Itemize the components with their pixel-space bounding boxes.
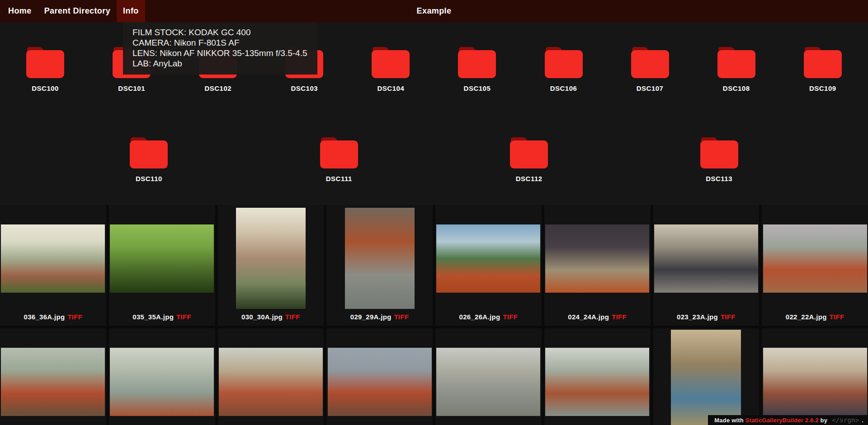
file-name-link[interactable]: 022_22A.jpg <box>786 313 827 321</box>
folder-label: DSC108 <box>723 84 750 92</box>
credit-suffix: . <box>860 417 863 424</box>
thumbnail-label: 023_23A.jpgTIFF <box>653 312 760 326</box>
file-name-link[interactable]: 036_36A.jpg <box>24 313 65 321</box>
thumbnail-area <box>218 328 324 425</box>
thumbnail-area <box>762 328 868 425</box>
thumbnail-label: 022_22A.jpgTIFF <box>762 312 868 326</box>
gallery-thumbnail[interactable] <box>345 208 415 309</box>
gallery-cell <box>326 328 433 425</box>
gallery-thumbnail[interactable] <box>545 348 649 416</box>
gallery-thumbnail[interactable] <box>1 224 105 293</box>
folder-item-dsc107[interactable]: DSC107 <box>609 47 691 94</box>
info-line-camera: CAMERA: Nikon F-801S AF <box>132 37 308 48</box>
gallery-thumbnail[interactable] <box>671 330 741 425</box>
file-name-link[interactable]: 030_30A.jpg <box>241 313 283 321</box>
thumbnail-label: 036_36A.jpgTIFF <box>0 312 106 326</box>
folder-item-dsc104[interactable]: DSC104 <box>349 47 432 94</box>
gallery-cell <box>109 328 215 425</box>
gallery-thumbnail[interactable] <box>328 348 432 416</box>
gallery-cell <box>544 328 651 425</box>
folder-icon <box>458 47 496 78</box>
thumbnail-area <box>653 328 760 425</box>
gallery-thumbnail[interactable] <box>436 348 540 416</box>
gallery-cell: 026_26A.jpgTIFF <box>435 205 542 326</box>
gallery-cell <box>435 328 542 425</box>
folder-body-shape <box>545 50 583 78</box>
thumbnail-label: 030_30A.jpgTIFF <box>218 312 324 326</box>
folder-label: DSC106 <box>550 84 577 92</box>
thumbnail-area <box>653 205 760 312</box>
nav-item-home[interactable]: Home <box>2 0 38 22</box>
folder-body-shape <box>320 140 358 168</box>
footer-credit: Made with StaticGalleryBuilder 2.6.2 by … <box>708 415 868 425</box>
gallery-thumbnail[interactable] <box>1 348 105 416</box>
tiff-link[interactable]: TIFF <box>394 313 409 321</box>
tiff-link[interactable]: TIFF <box>67 313 82 321</box>
thumbnail-label: 035_35A.jpgTIFF <box>109 312 215 326</box>
folder-icon <box>631 47 669 78</box>
thumbnail-label: 026_26A.jpgTIFF <box>435 312 542 326</box>
folder-item-dsc113[interactable]: DSC113 <box>678 137 760 184</box>
nav-bar: Home Parent Directory Info Example <box>0 0 868 22</box>
folder-icon <box>510 137 548 168</box>
gallery-cell: 035_35A.jpgTIFF <box>109 205 215 326</box>
folder-item-dsc111[interactable]: DSC111 <box>298 137 380 184</box>
folder-label: DSC113 <box>706 175 732 182</box>
folder-item-dsc109[interactable]: DSC109 <box>782 47 864 94</box>
tiff-link[interactable]: TIFF <box>176 313 191 321</box>
file-name-link[interactable]: 023_23A.jpg <box>677 313 718 321</box>
gallery-thumbnail[interactable] <box>763 348 867 416</box>
thumbnail-area <box>0 328 106 425</box>
tiff-link[interactable]: TIFF <box>503 313 518 321</box>
folder-body-shape <box>510 140 548 168</box>
folder-label: DSC104 <box>377 84 405 92</box>
file-name-link[interactable]: 024_24A.jpg <box>568 313 609 321</box>
srgn-logo[interactable]: </srgn> <box>832 416 859 424</box>
gallery-thumbnail[interactable] <box>219 348 323 416</box>
thumbnail-area <box>435 205 542 312</box>
folder-body-shape <box>458 50 496 78</box>
gallery-cell <box>653 328 760 425</box>
nav-item-info[interactable]: Info <box>117 0 145 22</box>
folder-body-shape <box>700 140 738 168</box>
tiff-link[interactable]: TIFF <box>721 313 736 321</box>
tiff-link[interactable]: TIFF <box>285 313 300 321</box>
folder-item-dsc106[interactable]: DSC106 <box>523 47 605 94</box>
file-name-link[interactable]: 035_35A.jpg <box>132 313 174 321</box>
info-panel: FILM STOCK: KODAK GC 400 CAMERA: Nikon F… <box>123 22 317 75</box>
gallery-thumbnail[interactable] <box>436 224 540 293</box>
gallery-grid: 036_36A.jpgTIFF035_35A.jpgTIFF030_30A.jp… <box>0 205 868 425</box>
folder-icon <box>700 137 738 168</box>
info-line-lens: LENS: Nikon AF NIKKOR 35-135mm f/3.5-4.5 <box>132 48 308 58</box>
folder-label: DSC105 <box>464 84 491 92</box>
gallery-thumbnail[interactable] <box>110 348 214 416</box>
folder-body-shape <box>26 50 64 78</box>
gallery-cell: 036_36A.jpgTIFF <box>0 205 106 326</box>
folder-body-shape <box>717 50 755 78</box>
info-line-film-stock: FILM STOCK: KODAK GC 400 <box>132 27 308 37</box>
tiff-link[interactable]: TIFF <box>830 313 844 321</box>
folder-item-dsc112[interactable]: DSC112 <box>488 137 570 184</box>
folder-item-dsc108[interactable]: DSC108 <box>695 47 778 94</box>
info-line-lab: LAB: AnyLab <box>132 58 308 69</box>
gallery-thumbnail[interactable] <box>654 224 758 293</box>
gallery-cell <box>762 328 868 425</box>
static-gallery-builder-link[interactable]: StaticGalleryBuilder 2.6.2 <box>745 417 819 424</box>
folder-item-dsc105[interactable]: DSC105 <box>436 47 518 94</box>
file-name-link[interactable]: 029_29A.jpg <box>350 313 392 321</box>
folder-label: DSC100 <box>32 84 59 92</box>
nav-item-parent-directory[interactable]: Parent Directory <box>38 0 117 22</box>
gallery-thumbnail[interactable] <box>236 208 306 309</box>
file-name-link[interactable]: 026_26A.jpg <box>459 313 500 321</box>
tiff-link[interactable]: TIFF <box>612 313 627 321</box>
folder-item-dsc110[interactable]: DSC110 <box>108 137 190 184</box>
gallery-thumbnail[interactable] <box>545 224 649 293</box>
gallery-thumbnail[interactable] <box>110 224 214 293</box>
gallery-thumbnail[interactable] <box>763 224 867 293</box>
gallery-cell: 030_30A.jpgTIFF <box>218 205 324 326</box>
folder-item-dsc100[interactable]: DSC100 <box>4 47 86 94</box>
thumbnail-label: 029_29A.jpgTIFF <box>326 312 433 326</box>
folder-label: DSC109 <box>809 84 836 92</box>
folder-body-shape <box>804 50 842 78</box>
thumbnail-area <box>218 205 324 312</box>
